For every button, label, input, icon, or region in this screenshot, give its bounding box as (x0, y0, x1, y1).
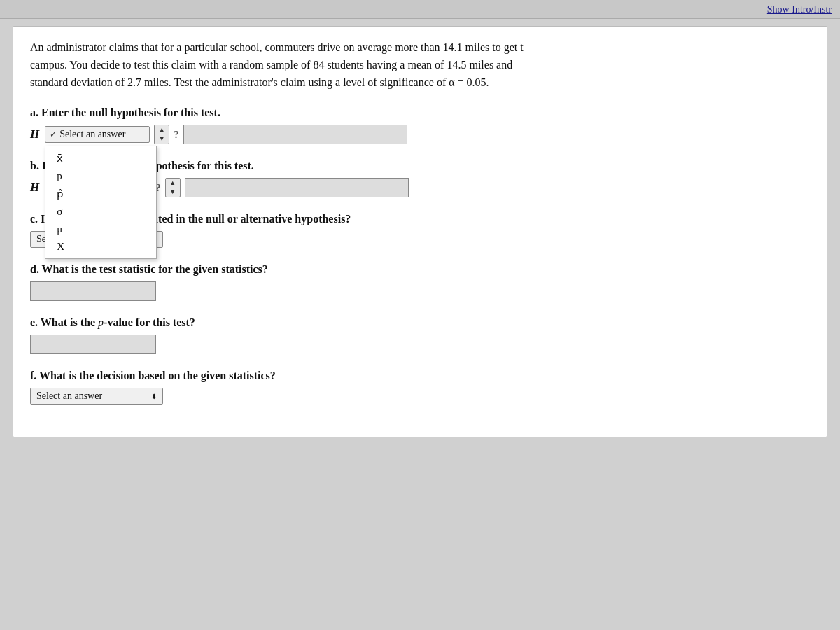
text-input-b[interactable] (185, 178, 409, 197)
dropdown-f-trigger[interactable]: Select an answer ⬍ (30, 388, 163, 405)
question-a-section: a. Enter the null hypothesis for this te… (30, 106, 810, 144)
text-input-d[interactable] (30, 281, 156, 301)
question-a-inputs: H ✓ Select an answer x̄ p p̂ σ μ X ▲ (30, 125, 810, 144)
main-content: An administrator claims that for a parti… (13, 26, 827, 438)
check-icon-a: ✓ (50, 130, 57, 140)
dropdown-a-selected: Select an answer (59, 129, 125, 140)
spinner-b2-up[interactable]: ▲ (166, 178, 180, 188)
spinner-a[interactable]: ▲ ▼ (154, 125, 169, 144)
question-e-label: e. What is the p-value for this test? (30, 316, 810, 329)
dropdown-item-x[interactable]: X (46, 238, 156, 255)
dropdown-item-sigma[interactable]: σ (46, 203, 156, 220)
dropdown-item-phat[interactable]: p̂ (46, 185, 156, 203)
dropdown-item-mu[interactable]: μ (46, 220, 156, 238)
question-d-label: d. What is the test statistic for the gi… (30, 263, 810, 276)
p-value-italic: p (98, 316, 104, 328)
question-f-inputs: Select an answer ⬍ (30, 388, 810, 405)
spinner-f-icon: ⬍ (151, 393, 157, 400)
dropdown-a-menu: x̄ p p̂ σ μ X (45, 146, 157, 259)
spinner-b2-down[interactable]: ▼ (166, 188, 180, 197)
h-prefix-a: H (30, 127, 39, 141)
question-e-section: e. What is the p-value for this test? (30, 316, 810, 354)
question-f-section: f. What is the decision based on the giv… (30, 370, 810, 405)
dropdown-item-p[interactable]: p (46, 167, 156, 185)
dropdown-f-label: Select an answer (36, 391, 102, 402)
question-f-label: f. What is the decision based on the giv… (30, 370, 810, 382)
problem-line3: standard deviation of 2.7 miles. Test th… (30, 74, 810, 92)
question-d-inputs (30, 281, 810, 301)
question-a-label: a. Enter the null hypothesis for this te… (30, 106, 810, 119)
spinner-b2[interactable]: ▲ ▼ (165, 178, 181, 197)
dropdown-a-trigger[interactable]: ✓ Select an answer (45, 126, 150, 143)
question-mark-a: ? (174, 129, 179, 141)
show-intro-link[interactable]: Show Intro/Instr (767, 4, 832, 15)
dropdown-a-container[interactable]: ✓ Select an answer x̄ p p̂ σ μ X (45, 126, 150, 143)
problem-text: An administrator claims that for a parti… (30, 39, 810, 91)
problem-line2: campus. You decide to test this claim wi… (30, 57, 810, 74)
top-bar: Show Intro/Instr (0, 0, 840, 19)
spinner-a-up[interactable]: ▲ (155, 125, 169, 134)
h-prefix-b: H (30, 181, 39, 195)
problem-line1: An administrator claims that for a parti… (30, 39, 810, 57)
text-input-a[interactable] (183, 125, 407, 144)
question-e-inputs (30, 335, 810, 354)
dropdown-item-xbar[interactable]: x̄ (46, 149, 156, 167)
text-input-e[interactable] (30, 335, 156, 354)
spinner-a-down[interactable]: ▼ (155, 134, 169, 144)
question-d-section: d. What is the test statistic for the gi… (30, 263, 810, 301)
